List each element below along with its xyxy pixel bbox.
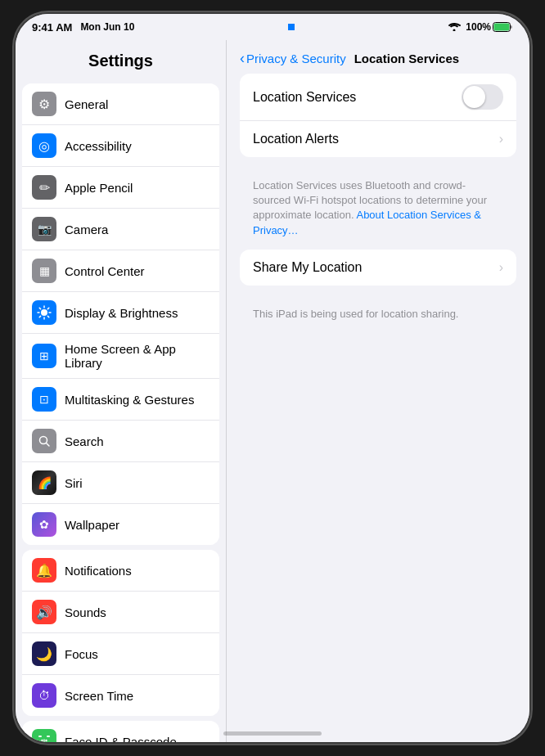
svg-line-10: [39, 316, 40, 317]
settings-group-1: ⚙ General ◎ Accessibility ✏ Apple Pencil…: [22, 83, 219, 545]
camera-icon: 📷: [32, 217, 56, 241]
sidebar-item-focus[interactable]: 🌙 Focus: [22, 633, 219, 675]
apple-pencil-icon: ✏: [32, 175, 56, 200]
location-alerts-row[interactable]: Location Alerts ›: [240, 121, 516, 157]
wifi-icon: [448, 21, 461, 34]
focus-label: Focus: [65, 647, 209, 661]
face-id-icon: [32, 729, 56, 742]
sidebar-item-control-center[interactable]: ▦ Control Center: [22, 250, 219, 292]
apple-pencil-label: Apple Pencil: [65, 181, 209, 195]
status-date: Mon Jun 10: [80, 21, 134, 33]
panel-content: Location Services Location Alerts › Loca…: [227, 74, 529, 333]
sidebar-item-screen-time[interactable]: ⏱ Screen Time: [22, 675, 219, 716]
home-screen-icon: ⊞: [32, 344, 56, 368]
battery-icon: 100%: [466, 21, 513, 33]
notifications-label: Notifications: [65, 564, 209, 578]
control-center-label: Control Center: [65, 264, 209, 278]
accessibility-label: Accessibility: [65, 139, 209, 153]
device: 9:41 AM Mon Jun 10 100%: [16, 14, 529, 742]
sidebar-item-camera[interactable]: 📷 Camera: [22, 209, 219, 250]
share-location-group: Share My Location ›: [240, 250, 516, 286]
chevron-left-icon: ‹: [240, 50, 245, 67]
display-brightness-icon: [32, 300, 56, 325]
status-bar: 9:41 AM Mon Jun 10 100%: [16, 14, 529, 40]
sidebar-item-accessibility[interactable]: ◎ Accessibility: [22, 125, 219, 167]
control-center-icon: ▦: [32, 259, 56, 283]
sidebar-item-face-id[interactable]: Face ID & Passcode: [22, 721, 219, 742]
sidebar-title: Settings: [16, 40, 226, 79]
sounds-icon: 🔊: [32, 600, 56, 624]
home-screen-label: Home Screen & App Library: [65, 342, 209, 370]
status-icons: 100%: [448, 21, 513, 34]
notification-dot: [288, 24, 295, 30]
siri-icon: 🌈: [32, 470, 56, 495]
wallpaper-label: Wallpaper: [65, 518, 209, 532]
face-id-label: Face ID & Passcode: [65, 735, 209, 743]
sidebar-item-siri[interactable]: 🌈 Siri: [22, 462, 219, 504]
right-panel: ‹ Privacy & Security Location Services L…: [227, 40, 529, 742]
location-services-group: Location Services Location Alerts ›: [240, 74, 516, 157]
multitasking-label: Multitasking & Gestures: [65, 393, 209, 407]
back-label: Privacy & Security: [246, 52, 346, 65]
accessibility-icon: ◎: [32, 133, 56, 158]
sidebar-item-sounds[interactable]: 🔊 Sounds: [22, 592, 219, 633]
sidebar-item-home-screen[interactable]: ⊞ Home Screen & App Library: [22, 334, 219, 379]
share-my-location-label: Share My Location: [253, 260, 499, 275]
sidebar-item-wallpaper[interactable]: ✿ Wallpaper: [22, 504, 219, 545]
svg-point-2: [41, 309, 47, 316]
sidebar-item-general[interactable]: ⚙ General: [22, 83, 219, 125]
svg-line-8: [47, 316, 48, 317]
share-location-chevron: ›: [499, 260, 503, 275]
svg-point-18: [45, 740, 47, 741]
search-label: Search: [65, 434, 209, 448]
sidebar-item-multitasking[interactable]: ⊡ Multitasking & Gestures: [22, 379, 219, 421]
panel-title: Location Services: [354, 52, 459, 65]
focus-icon: 🌙: [32, 641, 56, 666]
sidebar[interactable]: Settings ⚙ General ◎ Accessibility ✏ App…: [16, 40, 227, 742]
svg-line-12: [47, 443, 50, 447]
svg-rect-13: [38, 736, 42, 737]
multitasking-icon: ⊡: [32, 387, 56, 412]
location-alerts-label: Location Alerts: [253, 132, 499, 146]
location-privacy-link[interactable]: About Location Services & Privacy…: [253, 209, 481, 236]
svg-line-7: [39, 308, 40, 308]
wallpaper-icon: ✿: [32, 512, 56, 537]
camera-label: Camera: [65, 223, 209, 236]
sidebar-item-notifications[interactable]: 🔔 Notifications: [22, 550, 219, 592]
siri-label: Siri: [65, 476, 209, 490]
svg-point-17: [41, 740, 43, 741]
svg-rect-1: [494, 24, 510, 31]
location-services-toggle[interactable]: [462, 84, 503, 110]
svg-line-9: [47, 308, 48, 308]
settings-group-2: 🔔 Notifications 🔊 Sounds 🌙 Focus ⏱ Scree…: [22, 550, 219, 716]
sidebar-item-search[interactable]: Search: [22, 421, 219, 462]
location-services-description: Location Services uses Bluetooth and cro…: [240, 173, 516, 250]
display-brightness-label: Display & Brightness: [65, 306, 209, 320]
panel-nav: ‹ Privacy & Security Location Services: [227, 40, 529, 74]
main-layout: Settings ⚙ General ◎ Accessibility ✏ App…: [16, 40, 529, 742]
share-my-location-row[interactable]: Share My Location ›: [240, 250, 516, 286]
location-services-row[interactable]: Location Services: [240, 74, 516, 121]
search-icon: [32, 429, 56, 453]
general-icon: ⚙: [32, 92, 56, 116]
status-time: 9:41 AM: [32, 21, 72, 34]
screen-time-label: Screen Time: [65, 689, 209, 703]
share-location-subtext: This iPad is being used for location sha…: [240, 302, 516, 333]
sounds-label: Sounds: [65, 605, 209, 619]
notifications-icon: 🔔: [32, 558, 56, 583]
home-indicator: [223, 731, 322, 736]
svg-rect-14: [47, 736, 50, 737]
sidebar-item-apple-pencil[interactable]: ✏ Apple Pencil: [22, 167, 219, 209]
sidebar-item-display-brightness[interactable]: Display & Brightness: [22, 292, 219, 334]
chevron-right-icon: ›: [499, 132, 503, 146]
toggle-knob: [463, 86, 485, 108]
location-services-label: Location Services: [253, 90, 462, 105]
screen-time-icon: ⏱: [32, 683, 56, 708]
general-label: General: [65, 97, 209, 111]
back-button[interactable]: ‹ Privacy & Security: [240, 50, 346, 67]
settings-group-3: Face ID & Passcode 🤚 Privacy & Security: [22, 721, 219, 742]
